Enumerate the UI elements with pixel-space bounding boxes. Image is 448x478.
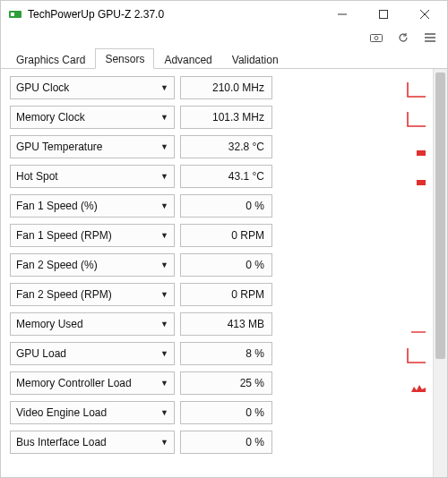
sensor-label-cell[interactable]: Bus Interface Load ▼	[10, 431, 175, 454]
sensor-sparkline	[278, 283, 429, 306]
tab-validation[interactable]: Validation	[222, 49, 289, 69]
svg-rect-11	[417, 150, 426, 156]
sensor-label-cell[interactable]: Memory Clock ▼	[10, 106, 175, 129]
sensor-row: Bus Interface Load ▼ 0 %	[10, 427, 429, 457]
sensor-value-cell[interactable]: 0 %	[180, 401, 272, 424]
menu-icon[interactable]	[424, 31, 436, 44]
sensor-value-cell[interactable]: 32.8 °C	[180, 135, 272, 158]
sensor-label: Video Engine Load	[16, 406, 160, 419]
sensor-row: Memory Clock ▼ 101.3 MHz	[10, 102, 429, 132]
chevron-down-icon: ▼	[160, 113, 168, 122]
sensor-row: Fan 2 Speed (%) ▼ 0 %	[10, 250, 429, 279]
content-area: GPU Clock ▼ 210.0 MHz Memory Clock ▼ 101…	[1, 69, 447, 477]
sensor-label-cell[interactable]: GPU Load ▼	[10, 342, 175, 365]
window-title: TechPowerUp GPU-Z 2.37.0	[28, 8, 322, 21]
sensor-label: Memory Controller Load	[16, 377, 160, 389]
sensor-label-cell[interactable]: GPU Clock ▼	[10, 76, 175, 99]
tab-graphics-card[interactable]: Graphics Card	[6, 49, 95, 69]
sensor-value: 0 RPM	[231, 288, 264, 301]
sensor-value: 101.3 MHz	[212, 111, 264, 124]
titlebar: TechPowerUp GPU-Z 2.37.0	[1, 1, 447, 28]
sensor-row: Memory Used ▼ 413 MB	[10, 309, 429, 338]
chevron-down-icon: ▼	[160, 201, 168, 210]
sensor-label: Fan 2 Speed (RPM)	[16, 288, 160, 301]
sensor-label: GPU Clock	[16, 81, 160, 94]
sensor-label: GPU Load	[16, 347, 160, 360]
tab-sensors[interactable]: Sensors	[95, 48, 154, 69]
sensor-row: GPU Load ▼ 8 %	[10, 338, 429, 368]
toolbar	[1, 28, 447, 47]
chevron-down-icon: ▼	[160, 83, 168, 92]
sensor-label: Bus Interface Load	[16, 436, 160, 448]
sensor-value: 25 %	[240, 377, 264, 389]
sensor-value-cell[interactable]: 25 %	[180, 371, 272, 395]
sensor-value-cell[interactable]: 0 RPM	[180, 224, 272, 247]
sensor-label: Memory Clock	[16, 111, 160, 124]
screenshot-icon[interactable]	[370, 31, 383, 44]
sensor-label-cell[interactable]: Memory Controller Load ▼	[10, 371, 175, 395]
chevron-down-icon: ▼	[160, 172, 168, 181]
sensor-label: Hot Spot	[16, 170, 160, 183]
sensor-sparkline	[278, 165, 429, 188]
close-button[interactable]	[404, 1, 445, 28]
scrollbar-thumb[interactable]	[435, 73, 445, 359]
sensor-value-cell[interactable]: 8 %	[180, 342, 272, 365]
sensor-row: GPU Temperature ▼ 32.8 °C	[10, 132, 429, 161]
sensor-value-cell[interactable]: 0 %	[180, 253, 272, 277]
sensor-value: 0 %	[246, 200, 264, 212]
sensor-row: Fan 1 Speed (%) ▼ 0 %	[10, 191, 429, 220]
sensor-value: 210.0 MHz	[212, 81, 264, 94]
svg-rect-1	[11, 13, 14, 16]
chevron-down-icon: ▼	[160, 349, 168, 358]
sensor-sparkline	[278, 431, 429, 454]
chevron-down-icon: ▼	[160, 142, 168, 151]
sensor-sparkline	[278, 371, 429, 395]
sensor-sparkline	[278, 312, 429, 336]
sensor-label-cell[interactable]: Fan 1 Speed (RPM) ▼	[10, 224, 175, 247]
sensor-label: Fan 2 Speed (%)	[16, 259, 160, 271]
sensor-label-cell[interactable]: Hot Spot ▼	[10, 165, 175, 188]
sensor-value: 413 MB	[228, 318, 264, 330]
chevron-down-icon: ▼	[160, 408, 168, 417]
svg-rect-12	[417, 180, 426, 185]
sensor-list: GPU Clock ▼ 210.0 MHz Memory Clock ▼ 101…	[1, 69, 433, 477]
sensor-value-cell[interactable]: 0 RPM	[180, 283, 272, 306]
sensor-sparkline	[278, 135, 429, 158]
svg-point-7	[375, 37, 378, 40]
sensor-value-cell[interactable]: 101.3 MHz	[180, 106, 272, 129]
sensor-value: 32.8 °C	[228, 141, 264, 153]
svg-rect-3	[380, 11, 388, 19]
vertical-scrollbar[interactable]	[433, 69, 447, 477]
sensor-label: GPU Temperature	[16, 141, 160, 153]
sensor-label: Memory Used	[16, 318, 160, 330]
sensor-row: Video Engine Load ▼ 0 %	[10, 397, 429, 427]
svg-rect-6	[371, 35, 383, 42]
app-window: TechPowerUp GPU-Z 2.37.0 Graphics Card S…	[0, 0, 448, 478]
refresh-icon[interactable]	[397, 31, 409, 44]
sensor-value-cell[interactable]: 43.1 °C	[180, 165, 272, 188]
sensor-label-cell[interactable]: Video Engine Load ▼	[10, 401, 175, 424]
sensor-value-cell[interactable]: 0 %	[180, 431, 272, 454]
sensor-value-cell[interactable]: 413 MB	[180, 312, 272, 336]
sensor-label-cell[interactable]: Fan 2 Speed (%) ▼	[10, 253, 175, 277]
sensor-row: GPU Clock ▼ 210.0 MHz	[10, 73, 429, 102]
tab-advanced[interactable]: Advanced	[154, 49, 221, 69]
chevron-down-icon: ▼	[160, 231, 168, 240]
sensor-sparkline	[278, 253, 429, 277]
chevron-down-icon: ▼	[160, 290, 168, 299]
sensor-value-cell[interactable]: 0 %	[180, 194, 272, 218]
sensor-row: Fan 2 Speed (RPM) ▼ 0 RPM	[10, 279, 429, 309]
sensor-label-cell[interactable]: GPU Temperature ▼	[10, 135, 175, 158]
sensor-row: Memory Controller Load ▼ 25 %	[10, 368, 429, 397]
sensor-value: 0 %	[246, 436, 264, 448]
sensor-value: 0 %	[246, 259, 264, 271]
sensor-value: 0 RPM	[231, 229, 264, 242]
sensor-label-cell[interactable]: Fan 1 Speed (%) ▼	[10, 194, 175, 218]
sensor-value-cell[interactable]: 210.0 MHz	[180, 76, 272, 99]
minimize-button[interactable]	[322, 1, 363, 28]
sensor-label-cell[interactable]: Fan 2 Speed (RPM) ▼	[10, 283, 175, 306]
sensor-sparkline	[278, 76, 429, 99]
sensor-label-cell[interactable]: Memory Used ▼	[10, 312, 175, 336]
sensor-row: Fan 1 Speed (RPM) ▼ 0 RPM	[10, 220, 429, 250]
maximize-button[interactable]	[363, 1, 404, 28]
